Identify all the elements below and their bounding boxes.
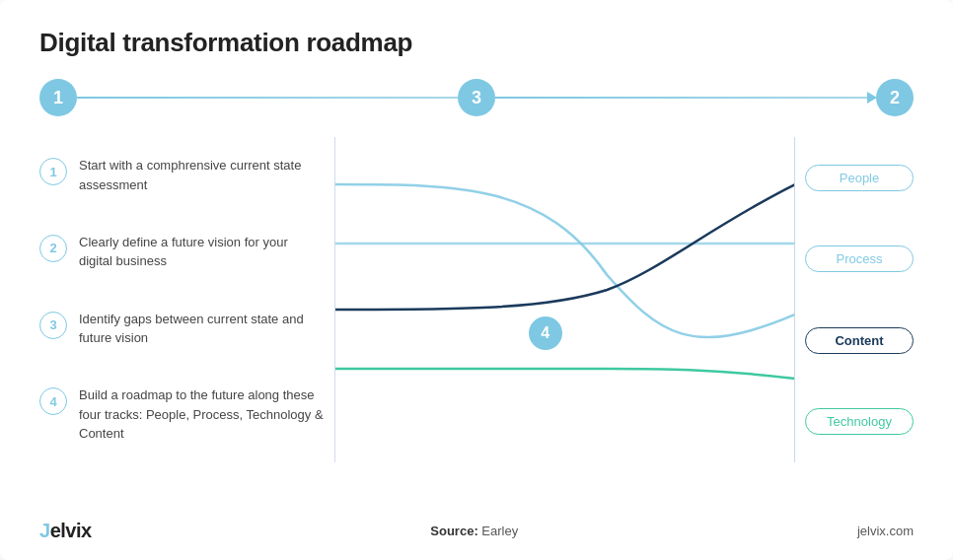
diagram-svg [335,137,795,462]
footer: Jelvix Source: Earley jelvix.com [39,520,914,542]
slide: Digital transformation roadmap 1 3 2 1 S… [0,0,953,560]
legend-text-4: Build a roadmap to the future along thes… [79,385,325,444]
legend-text-1: Start with a comphrensive current state … [79,156,325,194]
right-labels: People Process Content Technology [795,137,914,462]
legend-text-2: Clearly define a future vision for your … [79,233,325,271]
timeline-line-left [77,97,458,99]
diagram-bubble-4: 4 [529,316,562,350]
legend-item-1: 1 Start with a comphrensive current stat… [39,156,325,194]
diagram-area: 4 [335,137,795,462]
footer-source: Source: Earley [430,524,518,538]
top-timeline: 1 3 2 [39,76,914,119]
timeline-node-2: 3 [458,79,495,116]
timeline-node-3: 2 [876,79,914,116]
source-label: Source: [430,524,477,538]
page-title: Digital transformation roadmap [39,28,914,58]
source-value: Earley [481,524,518,538]
timeline-line-right [495,97,876,99]
footer-url: jelvix.com [857,524,914,538]
label-process: Process [805,245,914,272]
label-technology: Technology [805,408,914,435]
legend-text-3: Identify gaps between current state and … [79,310,325,348]
legend-item-4: 4 Build a roadmap to the future along th… [39,385,325,444]
diagram-divider [794,137,796,462]
legend-item-3: 3 Identify gaps between current state an… [39,310,325,348]
legend-num-2: 2 [39,235,67,262]
main-content: 1 Start with a comphrensive current stat… [39,137,914,462]
legend-item-2: 2 Clearly define a future vision for you… [39,233,325,271]
legend-num-1: 1 [39,158,67,185]
label-content: Content [805,327,914,354]
timeline-node-1: 1 [39,79,77,116]
footer-brand: Jelvix [39,520,92,542]
legend-num-3: 3 [39,312,67,339]
legend: 1 Start with a comphrensive current stat… [39,137,335,462]
legend-num-4: 4 [39,387,67,415]
label-people: People [805,165,914,191]
